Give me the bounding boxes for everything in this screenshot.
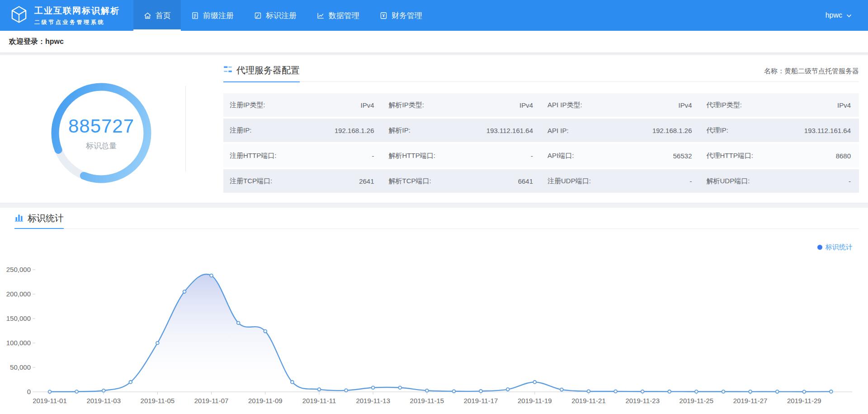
config-row: 注册IP:192.168.1.26解析IP:193.112.161.64API … [223, 119, 859, 142]
svg-text:50,000: 50,000 [10, 363, 31, 371]
id-register-icon [254, 11, 262, 20]
svg-text:0: 0 [27, 388, 31, 395]
user-menu[interactable]: hpwc [809, 0, 868, 31]
svg-text:2019-11-17: 2019-11-17 [464, 397, 498, 404]
stats-title-text: 标识统计 [28, 212, 64, 224]
stats-title: 标识统计 [14, 212, 64, 228]
nav-item-prefix-register[interactable]: 前缀注册 [181, 0, 244, 31]
username: hpwc [826, 11, 842, 19]
svg-text:2019-11-29: 2019-11-29 [787, 397, 821, 404]
prefix-register-icon [191, 11, 199, 20]
config-label: 代理IP类型: [707, 101, 742, 109]
config-label: 注册UDP端口: [547, 177, 591, 186]
nav-item-label: 首页 [156, 10, 171, 21]
config-value: 193.112.161.64 [486, 127, 533, 134]
nav-item-finance[interactable]: 财务管理 [369, 0, 432, 31]
bar-chart-icon [14, 213, 24, 224]
config-label: 解析HTTP端口: [389, 152, 435, 160]
server-name: 名称：黄船二级节点托管服务器 [764, 67, 859, 76]
welcome-username: hpwc [45, 38, 64, 46]
config-value: - [690, 177, 692, 185]
nav-item-label: 数据管理 [329, 10, 359, 21]
nav-item-home[interactable]: 首页 [133, 0, 181, 31]
config-value: IPv4 [837, 101, 851, 109]
proxy-config-title: 代理服务器配置 [223, 64, 300, 76]
proxy-config-card: 885727 标识总量 代理服务器配置 名称：黄船二级节点托管服务器 [0, 55, 868, 203]
cube-logo-icon [9, 5, 29, 26]
nav-item-label: 标识注册 [266, 10, 297, 21]
svg-text:2019-11-27: 2019-11-27 [733, 397, 768, 404]
config-cell: 解析TCP端口:6641 [382, 177, 542, 186]
config-value: 6641 [518, 177, 533, 185]
config-label: 解析TCP端口: [389, 177, 431, 186]
config-cell: 注册HTTP端口:- [223, 152, 382, 160]
config-row: 注册TCP端口:2641解析TCP端口:6641注册UDP端口:-解析UDP端口… [223, 169, 859, 193]
svg-text:2019-11-09: 2019-11-09 [248, 397, 283, 404]
home-icon [143, 11, 152, 20]
total-donut-panel: 885727 标识总量 [47, 79, 156, 187]
config-label: 解析IP类型: [389, 101, 424, 109]
welcome-label: 欢迎登录： [9, 37, 45, 47]
top-nav-bar: 工业互联网标识解析 二级节点业务管理系统 首页前缀注册标识注册数据管理财务管理 … [0, 0, 868, 31]
svg-text:2019-11-21: 2019-11-21 [571, 397, 606, 404]
svg-text:100,000: 100,000 [6, 339, 31, 347]
config-cell: 解析HTTP端口:- [382, 152, 542, 160]
stats-chart-area: 050,000100,000150,000200,000250,0002019-… [0, 251, 868, 414]
config-icon [223, 65, 232, 76]
config-label: 代理HTTP端口: [707, 152, 753, 160]
total-identifier-count: 885727 [68, 115, 134, 137]
config-cell: 注册IP类型:IPv4 [223, 101, 382, 109]
nav-item-data-manage[interactable]: 数据管理 [307, 0, 369, 31]
svg-text:2019-11-01: 2019-11-01 [33, 397, 67, 404]
config-value: - [849, 177, 851, 185]
nav-item-label: 前缀注册 [203, 10, 234, 21]
config-row: 注册HTTP端口:-解析HTTP端口:-API端口:56532代理HTTP端口:… [223, 144, 859, 167]
server-name-value: 黄船二级节点托管服务器 [784, 67, 859, 75]
vertical-divider [185, 86, 186, 172]
svg-text:2019-11-07: 2019-11-07 [194, 397, 229, 404]
config-cell: API IP类型:IPv4 [541, 101, 700, 109]
svg-text:2019-11-03: 2019-11-03 [86, 397, 121, 404]
svg-text:2019-11-05: 2019-11-05 [141, 397, 175, 404]
config-value: 192.168.1.26 [335, 127, 374, 134]
svg-text:2019-11-13: 2019-11-13 [356, 397, 390, 404]
app-logo: 工业互联网标识解析 二级节点业务管理系统 [0, 0, 133, 31]
config-value: IPv4 [519, 101, 533, 109]
svg-text:2019-11-25: 2019-11-25 [679, 397, 714, 404]
config-label: API IP: [547, 127, 569, 134]
stats-line-chart: 050,000100,000150,000200,000250,0002019-… [0, 251, 868, 414]
data-manage-icon [316, 11, 325, 20]
config-cell: 解析IP:193.112.161.64 [382, 126, 542, 135]
app-subtitle: 二级节点业务管理系统 [34, 19, 120, 26]
nav-item-label: 财务管理 [392, 10, 422, 21]
config-cell: 代理HTTP端口:8680 [700, 152, 859, 160]
config-cell: 解析UDP端口:- [700, 177, 859, 186]
config-label: API IP类型: [547, 101, 582, 109]
proxy-config-section: 代理服务器配置 名称：黄船二级节点托管服务器 注册IP类型:IPv4解析IP类型… [223, 55, 859, 82]
finance-icon [379, 11, 388, 20]
config-value: IPv4 [360, 101, 374, 109]
svg-text:2019-11-15: 2019-11-15 [410, 397, 444, 404]
config-value: 56532 [673, 152, 692, 160]
main-nav: 首页前缀注册标识注册数据管理财务管理 [133, 0, 432, 31]
proxy-config-title-text: 代理服务器配置 [236, 64, 300, 76]
config-label: 注册TCP端口: [230, 177, 272, 186]
config-row: 注册IP类型:IPv4解析IP类型:IPv4API IP类型:IPv4代理IP类… [223, 93, 859, 117]
config-cell: 代理IP类型:IPv4 [700, 101, 859, 109]
config-label: 代理IP: [707, 126, 728, 135]
proxy-config-table: 注册IP类型:IPv4解析IP类型:IPv4API IP类型:IPv4代理IP类… [223, 93, 859, 195]
config-cell: 代理IP:193.112.161.64 [700, 126, 859, 135]
legend-dot-icon [817, 245, 822, 250]
config-label: 注册IP: [230, 126, 251, 135]
nav-item-id-register[interactable]: 标识注册 [244, 0, 307, 31]
config-cell: API IP:192.168.1.26 [541, 127, 700, 134]
welcome-bar: 欢迎登录： hpwc [0, 31, 868, 53]
config-cell: 注册TCP端口:2641 [223, 177, 382, 186]
svg-text:2019-11-19: 2019-11-19 [518, 397, 552, 404]
config-value: - [531, 152, 533, 160]
svg-text:150,000: 150,000 [6, 314, 31, 322]
total-identifier-label: 标识总量 [86, 141, 117, 151]
config-cell: 注册UDP端口:- [541, 177, 700, 186]
app-title: 工业互联网标识解析 [34, 5, 120, 17]
config-label: 解析IP: [389, 126, 410, 135]
